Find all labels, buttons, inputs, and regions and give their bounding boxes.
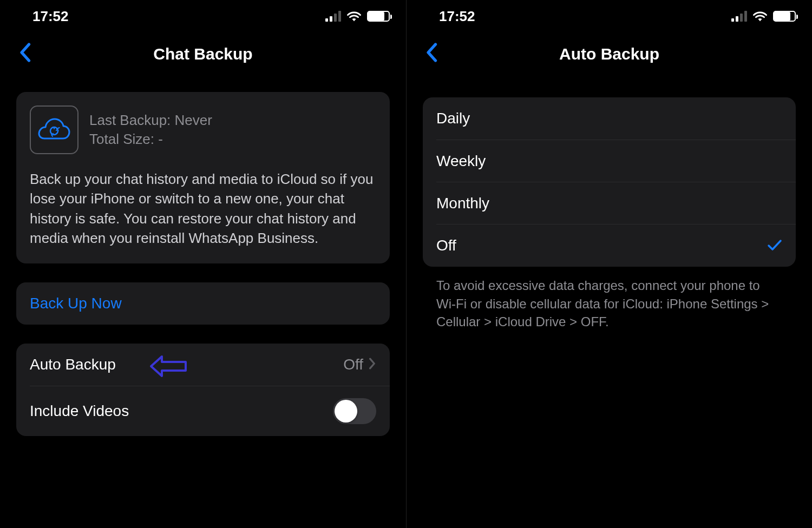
last-backup-label: Last Backup: Never xyxy=(89,112,212,129)
cellular-signal-icon xyxy=(731,11,747,22)
frequency-options-card: Daily Weekly Monthly Off xyxy=(423,97,796,267)
backup-description: Back up your chat history and media to i… xyxy=(30,169,376,248)
status-bar: 17:52 xyxy=(407,0,812,32)
backup-info-header: Last Backup: Never Total Size: - xyxy=(30,105,376,154)
total-size-label: Total Size: - xyxy=(89,131,212,148)
include-videos-toggle[interactable] xyxy=(333,398,376,424)
battery-icon xyxy=(773,11,796,22)
backup-now-label: Back Up Now xyxy=(30,295,122,312)
backup-settings-card: Auto Backup Off Include Videos xyxy=(16,344,390,436)
screen-auto-backup: 17:52 Auto Backup Daily xyxy=(406,0,812,528)
option-label: Weekly xyxy=(436,153,486,170)
option-label: Monthly xyxy=(436,195,489,212)
option-label: Off xyxy=(436,237,456,254)
cellular-signal-icon xyxy=(325,11,341,22)
status-time: 17:52 xyxy=(439,8,475,25)
page-title: Chat Backup xyxy=(0,45,406,63)
backup-status-lines: Last Backup: Never Total Size: - xyxy=(89,112,212,148)
auto-backup-value-group: Off xyxy=(343,356,376,373)
backup-info-card: Last Backup: Never Total Size: - Back up… xyxy=(16,92,390,263)
chevron-right-icon xyxy=(369,356,376,373)
option-off[interactable]: Off xyxy=(436,224,796,267)
content-area: Daily Weekly Monthly Off To avoid excess… xyxy=(407,76,812,528)
content-area: Last Backup: Never Total Size: - Back up… xyxy=(0,76,406,528)
auto-backup-label: Auto Backup xyxy=(30,356,116,373)
toggle-knob xyxy=(335,400,357,423)
status-indicators xyxy=(325,10,390,22)
back-button[interactable] xyxy=(11,37,39,71)
option-monthly[interactable]: Monthly xyxy=(436,182,796,224)
checkmark-icon xyxy=(767,236,782,255)
screen-chat-backup: 17:52 Chat Backup xyxy=(0,0,406,528)
battery-icon xyxy=(367,11,390,22)
page-title: Auto Backup xyxy=(407,45,812,63)
footer-hint: To avoid excessive data charges, connect… xyxy=(423,267,796,331)
wifi-icon xyxy=(752,10,768,22)
backup-now-button[interactable]: Back Up Now xyxy=(16,282,390,325)
auto-backup-value: Off xyxy=(343,356,363,373)
status-indicators xyxy=(731,10,796,22)
wifi-icon xyxy=(346,10,362,22)
option-daily[interactable]: Daily xyxy=(423,97,796,140)
status-bar: 17:52 xyxy=(0,0,406,32)
option-label: Daily xyxy=(436,110,470,127)
option-weekly[interactable]: Weekly xyxy=(436,140,796,182)
nav-bar: Auto Backup xyxy=(407,32,812,76)
nav-bar: Chat Backup xyxy=(0,32,406,76)
back-button[interactable] xyxy=(417,37,446,71)
status-time: 17:52 xyxy=(32,8,69,25)
include-videos-label: Include Videos xyxy=(30,402,129,420)
include-videos-row[interactable]: Include Videos xyxy=(30,386,390,436)
cloud-backup-icon xyxy=(30,105,78,154)
backup-now-card: Back Up Now xyxy=(16,282,390,325)
auto-backup-row[interactable]: Auto Backup Off xyxy=(16,344,390,386)
